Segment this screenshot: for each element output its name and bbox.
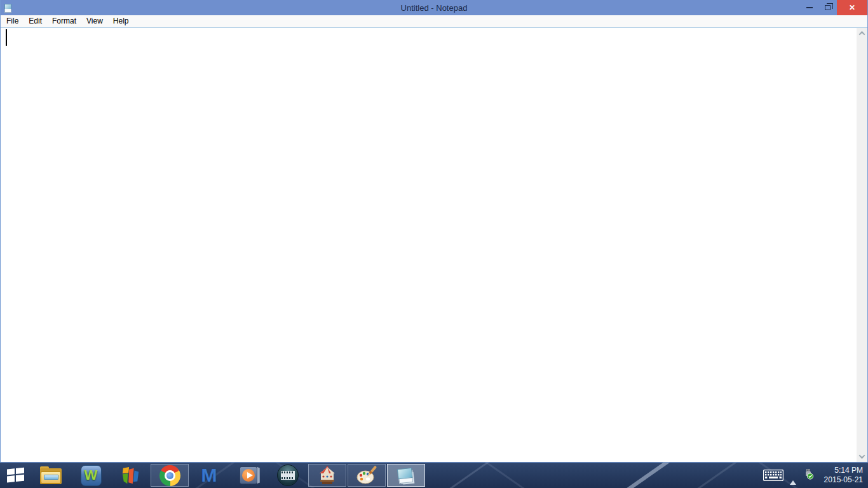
- window-title: Untitled - Notepad: [1, 3, 867, 13]
- wallpaper-streak: [609, 463, 679, 488]
- taskbar-buttons: W M: [0, 463, 426, 488]
- malwarebytes-icon: M: [201, 466, 217, 485]
- w-app-icon: W: [81, 465, 102, 486]
- chrome-icon: [159, 465, 180, 486]
- usb-safely-remove-icon: [803, 468, 814, 480]
- tray-time: 5:14 PM: [824, 466, 863, 475]
- media-player-icon: [240, 466, 257, 484]
- restore-button[interactable]: [818, 0, 837, 15]
- notepad-icon-pages: [4, 9, 11, 13]
- taskbar: W M: [0, 463, 868, 488]
- vertical-scrollbar[interactable]: [857, 28, 867, 462]
- menu-bar: File Edit Format View Help: [1, 15, 867, 27]
- usb-safely-remove-button[interactable]: [803, 468, 814, 482]
- notepad-icon: [3, 3, 13, 14]
- show-hidden-icons-button[interactable]: [790, 470, 796, 481]
- paint-icon: [356, 466, 377, 485]
- start-button[interactable]: [0, 463, 32, 488]
- menu-edit[interactable]: Edit: [24, 15, 47, 27]
- taskbar-item-malwarebytes[interactable]: M: [189, 463, 229, 488]
- taskbar-item-paint[interactable]: [348, 464, 386, 487]
- scroll-up-button[interactable]: [857, 28, 867, 39]
- notepad-taskbar-icon: [396, 465, 417, 486]
- avg-antivirus-icon: [121, 465, 140, 485]
- touch-keyboard-button[interactable]: [763, 470, 783, 481]
- taskbar-item-media-player[interactable]: [229, 463, 268, 488]
- carousel-app-icon: [318, 466, 336, 485]
- taskbar-item-w-app[interactable]: W: [71, 463, 111, 488]
- chevron-up-icon: [859, 31, 865, 37]
- file-explorer-icon: [40, 466, 63, 485]
- touch-keyboard-icon: [763, 470, 783, 481]
- taskbar-item-avg-antivirus[interactable]: [111, 463, 150, 488]
- titlebar[interactable]: Untitled - Notepad ✕: [1, 0, 867, 15]
- menu-format[interactable]: Format: [47, 15, 81, 27]
- restore-icon: [825, 5, 831, 10]
- wallpaper-streak: [678, 463, 747, 488]
- close-button[interactable]: ✕: [837, 0, 867, 15]
- text-editor-area[interactable]: [1, 28, 857, 462]
- text-caret: [6, 29, 7, 46]
- tray-date: 2015-05-21: [824, 475, 863, 485]
- film-player-icon: [277, 464, 299, 486]
- taskbar-item-file-explorer[interactable]: [32, 463, 71, 488]
- chevron-up-icon: [790, 470, 796, 485]
- taskbar-item-google-chrome[interactable]: [151, 464, 189, 487]
- window-controls: ✕: [800, 0, 867, 15]
- wallpaper-streak: [430, 463, 499, 488]
- close-icon: ✕: [849, 3, 855, 12]
- wallpaper-streak: [475, 463, 543, 488]
- taskbar-item-notepad[interactable]: [387, 464, 425, 487]
- minimize-icon: [806, 7, 813, 8]
- chevron-down-icon: [859, 452, 865, 459]
- taskbar-item-carousel-app[interactable]: [308, 464, 346, 487]
- taskbar-item-film-player[interactable]: [268, 463, 308, 488]
- window-content: [1, 27, 867, 462]
- menu-view[interactable]: View: [81, 15, 108, 27]
- minimize-button[interactable]: [800, 0, 818, 15]
- tray-clock[interactable]: 5:14 PM 2015-05-21: [820, 466, 863, 485]
- windows-logo-icon: [7, 468, 25, 484]
- menu-file[interactable]: File: [1, 15, 24, 27]
- notepad-window: Untitled - Notepad ✕ File Edit Format Vi…: [0, 0, 868, 463]
- system-tray: 5:14 PM 2015-05-21: [763, 463, 868, 488]
- desktop-screen: Untitled - Notepad ✕ File Edit Format Vi…: [0, 0, 868, 488]
- scroll-down-button[interactable]: [857, 451, 867, 462]
- menu-help[interactable]: Help: [108, 15, 134, 27]
